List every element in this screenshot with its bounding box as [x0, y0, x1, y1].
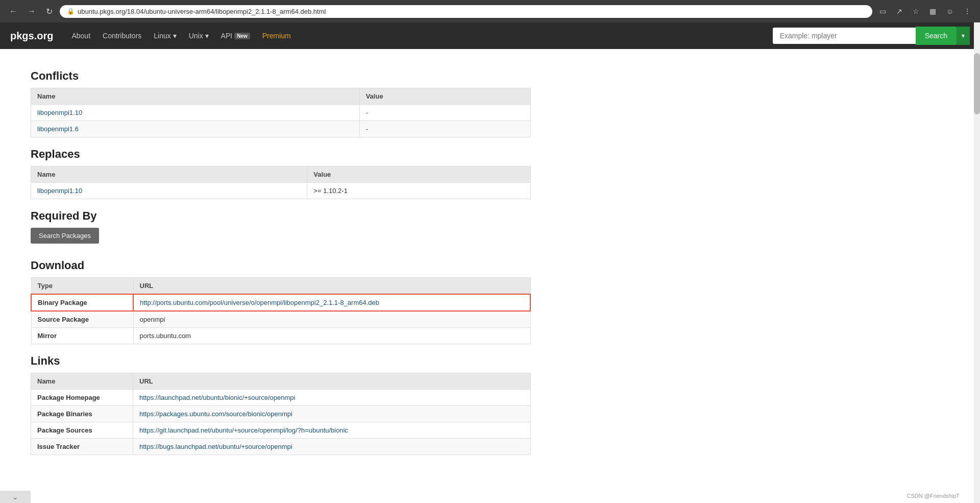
download-col-type: Type	[31, 278, 133, 295]
download-binary-url: http://ports.ubuntu.com/pool/universe/o/…	[133, 294, 530, 311]
links-col-name: Name	[31, 373, 133, 390]
conflicts-col-name: Name	[31, 88, 360, 105]
table-row: Issue Tracker https://bugs.launchpad.net…	[31, 439, 531, 455]
address-bar[interactable]: 🔒 ubuntu.pkgs.org/18.04/ubuntu-universe-…	[60, 5, 872, 18]
main-content: Conflicts Name Value libopenmpi1.10 - li…	[0, 49, 561, 470]
links-table: Name URL Package Homepage https://launch…	[31, 373, 531, 455]
forward-button[interactable]: →	[24, 5, 39, 18]
search-area: Search ▾	[773, 27, 970, 45]
download-binary-type: Binary Package	[31, 294, 133, 311]
conflicts-row2-name[interactable]: libopenmpi1.6	[37, 125, 79, 133]
table-row: Package Binaries https://packages.ubuntu…	[31, 406, 531, 422]
download-source-url: openmpi	[133, 311, 530, 328]
back-button[interactable]: ←	[6, 5, 20, 18]
menu-button[interactable]: ⋮	[961, 5, 974, 17]
tracker-url-link[interactable]: https://bugs.launchpad.net/ubuntu/+sourc…	[139, 443, 292, 450]
links-title: Links	[31, 354, 531, 368]
required-by-title: Required By	[31, 209, 531, 223]
conflicts-row1-value: -	[359, 105, 530, 121]
nav-unix[interactable]: Unix ▾	[183, 23, 215, 48]
download-mirror-url: ports.ubuntu.com	[133, 328, 530, 344]
nav-api[interactable]: API New	[215, 23, 256, 48]
nav-premium[interactable]: Premium	[256, 23, 297, 48]
share-button[interactable]: ↗	[893, 5, 905, 17]
download-binary-row: Binary Package http://ports.ubuntu.com/p…	[31, 294, 530, 311]
search-dropdown-button[interactable]: ▾	[957, 27, 970, 45]
links-binaries-url: https://packages.ubuntu.com/source/bioni…	[133, 406, 531, 422]
conflicts-col-value: Value	[359, 88, 530, 105]
replaces-col-value: Value	[307, 166, 531, 183]
download-title: Download	[31, 259, 531, 272]
replaces-title: Replaces	[31, 148, 531, 161]
download-source-type: Source Package	[31, 311, 133, 328]
conflicts-table: Name Value libopenmpi1.10 - libopenmpi1.…	[31, 88, 531, 137]
search-input[interactable]	[773, 28, 916, 44]
replaces-row1-name[interactable]: libopenmpi1.10	[37, 187, 82, 195]
conflicts-row2-value: -	[359, 121, 530, 137]
download-table: Type URL Binary Package http://ports.ubu…	[31, 277, 531, 344]
split-view-button[interactable]: ▦	[926, 5, 939, 17]
nav-linux[interactable]: Linux ▾	[148, 23, 182, 48]
conflicts-title: Conflicts	[31, 69, 531, 83]
download-source-row: Source Package openmpi	[31, 311, 530, 328]
profile-button[interactable]: ☺	[943, 5, 957, 17]
links-sources-url: https://git.launchpad.net/ubuntu/+source…	[133, 422, 531, 439]
nav-about[interactable]: About	[65, 23, 96, 48]
download-col-url: URL	[133, 278, 530, 295]
search-packages-button[interactable]: Search Packages	[31, 228, 99, 244]
conflicts-row1-name[interactable]: libopenmpi1.10	[37, 109, 82, 116]
nav-contributors[interactable]: Contributors	[96, 23, 148, 48]
binary-url-link[interactable]: http://ports.ubuntu.com/pool/universe/o/…	[140, 299, 379, 306]
replaces-col-name: Name	[31, 166, 307, 183]
links-binaries-name: Package Binaries	[31, 406, 133, 422]
site-navbar: pkgs.org About Contributors Linux ▾ Unix…	[0, 22, 980, 49]
url-text: ubuntu.pkgs.org/18.04/ubuntu-universe-ar…	[78, 8, 326, 15]
links-sources-name: Package Sources	[31, 422, 133, 439]
scrollbar-track[interactable]	[974, 22, 980, 470]
binaries-url-link[interactable]: https://packages.ubuntu.com/source/bioni…	[139, 410, 292, 418]
download-mirror-type: Mirror	[31, 328, 133, 344]
replaces-table: Name Value libopenmpi1.10 >= 1.10.2-1	[31, 166, 531, 199]
links-homepage-url: https://launchpad.net/ubuntu/bionic/+sou…	[133, 390, 531, 406]
lock-icon: 🔒	[67, 8, 75, 15]
links-homepage-name: Package Homepage	[31, 390, 133, 406]
bookmark-button[interactable]: ☆	[910, 5, 922, 17]
links-tracker-name: Issue Tracker	[31, 439, 133, 455]
reload-button[interactable]: ↻	[43, 5, 56, 18]
api-badge: New	[234, 33, 250, 39]
table-row: libopenmpi1.10 >= 1.10.2-1	[31, 183, 531, 199]
links-tracker-url: https://bugs.launchpad.net/ubuntu/+sourc…	[133, 439, 531, 455]
nav-links: About Contributors Linux ▾ Unix ▾ API Ne…	[65, 23, 772, 48]
table-row: Package Sources https://git.launchpad.ne…	[31, 422, 531, 439]
sources-url-link[interactable]: https://git.launchpad.net/ubuntu/+source…	[139, 426, 348, 434]
links-col-url: URL	[133, 373, 531, 390]
table-row: libopenmpi1.6 -	[31, 121, 531, 137]
scrollbar-thumb[interactable]	[974, 53, 980, 114]
table-row: Package Homepage https://launchpad.net/u…	[31, 390, 531, 406]
cast-button[interactable]: ▭	[876, 5, 889, 17]
browser-actions: ▭ ↗ ☆ ▦ ☺ ⋮	[876, 5, 974, 17]
search-button[interactable]: Search	[916, 27, 957, 45]
site-logo[interactable]: pkgs.org	[10, 30, 53, 42]
browser-chrome: ← → ↻ 🔒 ubuntu.pkgs.org/18.04/ubuntu-uni…	[0, 0, 980, 22]
download-mirror-row: Mirror ports.ubuntu.com	[31, 328, 530, 344]
table-row: libopenmpi1.10 -	[31, 105, 531, 121]
homepage-url-link[interactable]: https://launchpad.net/ubuntu/bionic/+sou…	[139, 394, 295, 401]
replaces-row1-value: >= 1.10.2-1	[307, 183, 531, 199]
